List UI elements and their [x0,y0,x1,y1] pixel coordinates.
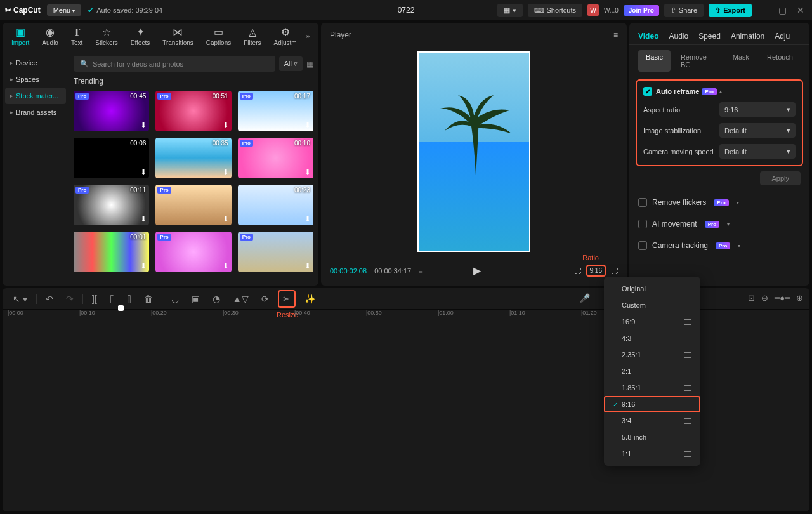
aspect-label: Aspect ratio [643,106,680,114]
zoom-in-icon[interactable]: ⊕ [796,293,803,303]
play-button[interactable]: ▶ [473,265,481,277]
aspect-select[interactable]: 9:16▾ [719,102,796,117]
auto-reframe-checkbox[interactable]: ✔ [643,87,652,96]
rtab-adjust[interactable]: Adju [775,32,790,41]
list-icon[interactable]: ≡ [419,267,422,275]
redo-button[interactable]: ↷ [62,291,77,306]
thumbnail[interactable]: Pro⬇ [155,232,231,272]
tree-spaces[interactable]: Spaces [5,71,66,88]
enhance-tool[interactable]: ✨ [301,291,319,306]
auto-reframe-box: ✔Auto reframePro ▴ Aspect ratio 9:16▾ Im… [636,79,803,166]
rtab-audio[interactable]: Audio [669,32,688,41]
trending-header: Trending [74,77,313,86]
thumbnail[interactable]: 00:35⬇ [155,138,231,178]
player-menu-icon[interactable]: ≡ [613,30,618,39]
thumbnail[interactable]: Pro⬇ [155,185,231,225]
ratio-option[interactable]: ✓3:4 [604,412,700,429]
project-title[interactable]: 0722 [398,6,415,15]
subtab-retouch[interactable]: Retouch [759,50,801,72]
trim-left-tool[interactable]: ⟦ [106,291,118,306]
split-tool[interactable]: ][ [88,291,101,306]
crop-tool[interactable]: ✂ [278,290,296,308]
player-title: Player [330,30,351,39]
shortcuts-button[interactable]: ⌨ Shortcuts [528,4,582,17]
thumbnail[interactable]: 00:23⬇ [238,185,313,225]
mark-tool[interactable]: ◡ [167,291,183,306]
playhead[interactable] [121,308,121,504]
grid-view-icon[interactable]: ▦ [306,60,313,69]
rotate-tool[interactable]: ⟳ [258,291,273,306]
thumbnail[interactable]: 00:01⬇ [74,232,149,272]
ai-movement-item[interactable]: AI movementPro▾ [629,213,809,235]
thumbnail[interactable]: Pro00:45⬇ [74,91,149,131]
subtab-mask[interactable]: Mask [725,50,757,72]
ratio-option[interactable]: ✓5.8-inch [604,429,700,445]
scale-icon[interactable]: ⛶ [574,267,581,275]
trim-right-tool[interactable]: ⟧ [123,291,135,306]
tree-device[interactable]: Device [5,55,66,71]
thumbnail[interactable]: 00:06⬇ [74,138,149,178]
magnet-icon[interactable]: ⊡ [748,293,755,303]
apply-button[interactable]: Apply [760,171,801,185]
layout-button[interactable]: ▦ ▾ [497,4,522,17]
thumbnail[interactable]: Pro00:11⬇ [74,185,149,225]
delete-tool[interactable]: 🗑 [140,291,157,306]
ratio-option[interactable]: ✓2.35:1 [604,346,700,363]
frame-tool[interactable]: ▣ [188,291,204,306]
ratio-option[interactable]: ✓1:1 [604,445,700,462]
ratio-option[interactable]: ✓16:9 [604,313,700,330]
rtab-speed[interactable]: Speed [698,32,721,41]
tab-import[interactable]: ▣Import [5,26,36,46]
ratio-option[interactable]: ✓Original [604,280,700,297]
filter-all-button[interactable]: All ▿ [279,56,303,71]
rtab-animation[interactable]: Animation [731,32,764,41]
select-tool[interactable]: ↖ ▾ [9,291,31,306]
tab-filters[interactable]: ◬Filters [237,26,267,46]
camera-tracking-item[interactable]: Camera trackingPro▾ [629,235,809,256]
ratio-option[interactable]: ✓9:16 [604,396,700,412]
cam-select[interactable]: Default▾ [719,144,796,159]
tab-effects[interactable]: ✦Effects [124,26,156,46]
zoom-slider[interactable]: ━●━ [775,293,790,303]
ratio-option[interactable]: ✓4:3 [604,330,700,346]
subtab-removebg[interactable]: Remove BG [673,50,723,72]
thumbnail[interactable]: Pro⬇ [238,232,313,272]
user-avatar[interactable]: W [587,4,599,16]
preview-canvas[interactable] [417,51,530,252]
join-pro-button[interactable]: Join Pro [624,5,659,16]
tab-audio[interactable]: ◉Audio [36,26,65,46]
search-input[interactable]: 🔍 Search for videos and photos [74,56,275,72]
ratio-option[interactable]: ✓2:1 [604,363,700,379]
thumbnail[interactable]: Pro00:10⬇ [238,138,313,178]
tab-stickers[interactable]: ☆Stickers [89,26,124,46]
tab-captions[interactable]: ▭Captions [200,26,237,46]
close-icon[interactable]: ✕ [794,5,807,15]
ratio-button[interactable]: 9:16 [586,265,606,277]
ratio-option[interactable]: ✓1.85:1 [604,379,700,396]
maximize-icon[interactable]: ▢ [776,5,789,15]
tabs-more-icon[interactable]: » [303,32,313,41]
remove-flickers-item[interactable]: Remove flickersPro▾ [629,192,809,213]
undo-button[interactable]: ↶ [42,291,57,306]
rtab-video[interactable]: Video [638,32,658,41]
minimize-icon[interactable]: — [757,5,771,15]
tree-brand[interactable]: Brand assets [5,104,66,121]
tab-text[interactable]: TText [65,27,89,46]
fullscreen-icon[interactable]: ⛶ [611,267,618,275]
zoom-out-icon[interactable]: ⊖ [761,293,768,303]
tab-transitions[interactable]: ⋈Transitions [156,26,200,46]
mic-button[interactable]: 🎤 [579,293,590,303]
ratio-dropdown: ✓Original✓Custom✓16:9✓4:3✓2.35:1✓2:1✓1.8… [604,277,700,466]
export-button[interactable]: ⇧ Export [709,4,752,17]
tab-adjustment[interactable]: ⚙Adjustm [267,26,303,46]
speed-tool[interactable]: ◔ [209,291,224,306]
subtab-basic[interactable]: Basic [638,50,671,72]
share-button[interactable]: ⇧ Share [664,4,704,17]
ratio-option[interactable]: ✓Custom [604,297,700,313]
stab-select[interactable]: Default▾ [719,123,796,138]
thumbnail[interactable]: Pro00:17⬇ [238,91,313,131]
menu-button[interactable]: Menu ▾ [47,4,82,16]
thumbnail[interactable]: Pro00:51⬇ [155,91,231,131]
tree-stock[interactable]: Stock mater... [5,88,66,104]
mirror-tool[interactable]: ▲▽ [229,291,252,306]
